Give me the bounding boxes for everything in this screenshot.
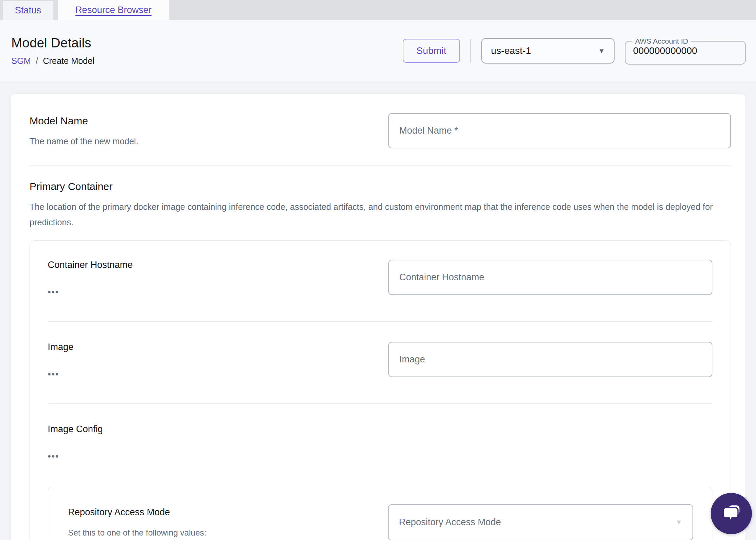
image-config-group: Image Config ••• <box>48 424 712 461</box>
tab-strip: Status Resource Browser <box>0 0 756 20</box>
image-input[interactable] <box>388 342 712 377</box>
tab-resource-browser-label: Resource Browser <box>75 5 151 15</box>
model-details-card: Model Name The name of the new model. Pr… <box>10 93 746 540</box>
page-body: Model Name The name of the new model. Pr… <box>0 82 756 540</box>
model-name-description: The name of the new model. <box>30 135 375 148</box>
container-hostname-label: Container Hostname <box>48 260 375 270</box>
container-hostname-row: Container Hostname ••• <box>48 260 712 321</box>
container-hostname-input[interactable] <box>388 260 712 295</box>
primary-container-card: Container Hostname ••• Image ••• Image C… <box>30 240 731 540</box>
ellipsis-icon[interactable]: ••• <box>48 452 59 461</box>
image-row: Image ••• <box>48 342 712 403</box>
model-name-input[interactable] <box>388 113 731 148</box>
breadcrumb-parent-link[interactable]: SGM <box>11 56 31 66</box>
primary-container-description: The location of the primary docker image… <box>30 199 731 230</box>
chevron-down-icon: ▼ <box>598 47 605 55</box>
aws-account-id-fieldset: AWS Account ID <box>625 37 746 65</box>
repository-access-mode-label: Repository Access Mode <box>68 507 374 518</box>
page-title: Model Details <box>11 36 94 50</box>
repository-access-mode-placeholder: Repository Access Mode <box>399 517 501 528</box>
region-select-value: us-east-1 <box>491 45 531 56</box>
chat-fab-button[interactable] <box>711 493 752 534</box>
repository-access-mode-help: Set this to one of the following values: <box>68 528 374 538</box>
title-block: Model Details SGM / Create Model <box>11 36 94 66</box>
ellipsis-icon[interactable]: ••• <box>48 288 59 296</box>
model-name-info: Model Name The name of the new model. <box>30 115 388 148</box>
field-divider <box>48 321 712 322</box>
submit-button[interactable]: Submit <box>403 39 460 63</box>
header-divider <box>470 39 471 63</box>
aws-account-id-input[interactable] <box>630 45 740 56</box>
repository-access-mode-row: Repository Access Mode Set this to one o… <box>68 507 693 540</box>
repository-access-mode-info: Repository Access Mode Set this to one o… <box>68 507 388 540</box>
header-controls: Submit us-east-1 ▼ AWS Account ID <box>403 37 746 65</box>
model-name-row: Model Name The name of the new model. <box>30 115 731 148</box>
breadcrumb-current: Create Model <box>43 56 94 66</box>
model-name-label: Model Name <box>30 115 375 127</box>
container-hostname-info: Container Hostname ••• <box>48 260 388 296</box>
breadcrumb: SGM / Create Model <box>11 56 94 66</box>
tab-resource-browser[interactable]: Resource Browser <box>58 0 169 20</box>
breadcrumb-separator: / <box>36 56 38 66</box>
repository-access-mode-select[interactable]: Repository Access Mode ▼ <box>388 504 693 540</box>
image-label: Image <box>48 342 375 352</box>
page-header: Model Details SGM / Create Model Submit … <box>0 20 756 82</box>
ellipsis-icon[interactable]: ••• <box>48 370 59 379</box>
image-config-card: Repository Access Mode Set this to one o… <box>48 487 712 540</box>
tab-status-label: Status <box>15 5 41 16</box>
section-divider <box>30 165 731 166</box>
region-select[interactable]: us-east-1 ▼ <box>481 38 615 64</box>
tab-status[interactable]: Status <box>3 1 53 20</box>
chat-bubbles-icon <box>720 503 742 525</box>
aws-account-id-label: AWS Account ID <box>632 37 691 45</box>
field-divider <box>48 403 712 404</box>
image-config-label: Image Config <box>48 424 712 435</box>
chevron-down-icon: ▼ <box>675 518 682 526</box>
image-info: Image ••• <box>48 342 388 379</box>
primary-container-label: Primary Container <box>30 181 731 192</box>
